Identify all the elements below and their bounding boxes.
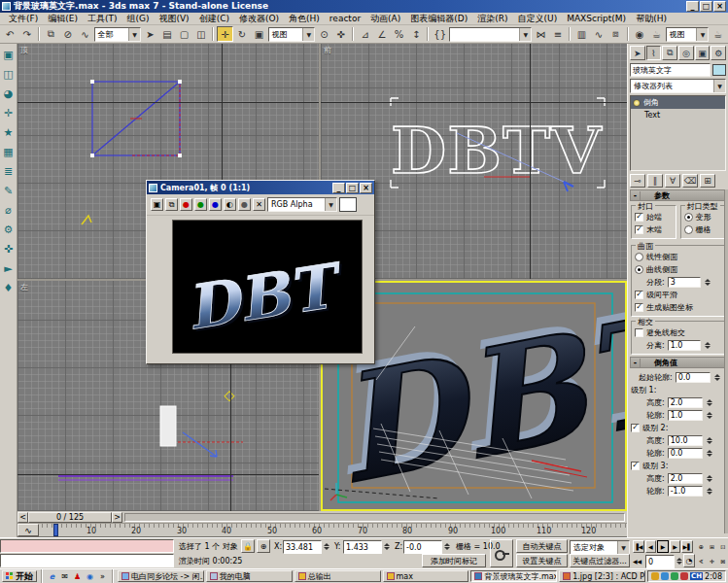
key-filters-button[interactable]: 关键点过滤器... (570, 554, 630, 567)
render-type-dropdown[interactable]: 视图▼ (666, 27, 710, 42)
tab-toolbar-icon-7[interactable]: ✎ (1, 184, 16, 198)
material-editor-icon[interactable]: ◉ (632, 26, 648, 42)
field-of-view-icon[interactable]: ∢ (696, 555, 706, 567)
stack-item-bevel[interactable]: 倒角 (631, 96, 725, 109)
y-field[interactable]: 1.433 (343, 540, 382, 554)
menu-maxscript[interactable]: MAXScript(M) (562, 13, 631, 24)
task-folder-output[interactable]: 总输出 (295, 570, 381, 582)
level2-height-field[interactable]: 10.0 (668, 435, 703, 446)
menu-tools[interactable]: 工具(T) (83, 12, 122, 26)
mini-curve-editor-icon[interactable]: ∿ (17, 524, 39, 536)
tab-toolbar-icon-11[interactable]: ► (1, 261, 16, 276)
minimize-button[interactable]: _ (686, 1, 699, 12)
background-color-swatch[interactable] (339, 197, 357, 212)
x-spinner[interactable] (322, 541, 330, 552)
object-name-field[interactable]: 玻璃英文字 (630, 63, 711, 77)
save-bitmap-icon[interactable]: ▣ (151, 198, 163, 211)
separation-spinner[interactable] (704, 340, 712, 351)
next-frame-icon[interactable]: ▶ (670, 540, 681, 553)
absolute-offset-icon[interactable]: ⊕ (257, 539, 270, 553)
align-icon[interactable]: ≡ (550, 26, 567, 42)
play-icon[interactable]: ▶ (657, 540, 669, 553)
camera-close-button[interactable]: × (360, 183, 372, 193)
named-selection-dropdown[interactable]: ▼ (449, 27, 532, 42)
selection-filter-dropdown[interactable]: 全部▼ (94, 27, 142, 42)
alpha-channel-icon[interactable]: ● (238, 198, 251, 211)
frame-spinner[interactable] (675, 556, 683, 566)
rendered-frame-window[interactable]: Camera01, 帧 0 (1:1) _ □ × ▣ ⧉ ● ● ● ◐ ● … (146, 180, 375, 364)
cap-type-morph-radio[interactable] (684, 213, 693, 222)
maximize-viewport-icon[interactable]: ⊠ (718, 555, 728, 567)
select-link-icon[interactable]: ⧉ (43, 26, 59, 42)
menu-rendering[interactable]: 渲染(R) (472, 12, 512, 26)
mirror-icon[interactable]: ⋈ (533, 26, 549, 42)
menu-group[interactable]: 组(G) (121, 12, 154, 26)
viewport-left-label[interactable]: 左 (20, 282, 28, 292)
rollout-bevel-values-header[interactable]: - 倒角值 (630, 357, 726, 368)
zoom-extents-icon[interactable]: ⊡ (718, 540, 728, 553)
generate-mapping-coords-checkbox[interactable] (635, 303, 643, 312)
object-color-swatch[interactable] (712, 64, 726, 76)
linear-sides-radio[interactable] (635, 253, 643, 261)
monochrome-icon[interactable]: ◐ (224, 198, 236, 211)
pan-icon[interactable]: ✛ (707, 555, 716, 567)
spinner-snap-icon[interactable]: ↕ (408, 26, 425, 42)
tab-toolbar-icon-3[interactable]: ✛ (1, 106, 16, 120)
task-forum[interactable]: 电白同乡论坛 -> 闲... (118, 570, 204, 582)
keep-lines-from-crossing-checkbox[interactable] (635, 328, 643, 337)
green-channel-icon[interactable]: ● (194, 198, 207, 211)
move-icon[interactable]: ✛ (217, 26, 233, 42)
cap-end-checkbox[interactable] (635, 225, 643, 234)
separation-field[interactable]: 1.0 (668, 340, 701, 351)
rotate-icon[interactable]: ↻ (234, 26, 251, 42)
unlink-icon[interactable]: ⊘ (60, 26, 77, 42)
panel-scrollbar[interactable] (724, 189, 728, 533)
task-folder-max[interactable]: max (383, 570, 469, 582)
chevron-down-icon[interactable]: ▼ (128, 28, 140, 41)
reference-coord-dropdown[interactable]: 视图▼ (268, 27, 316, 42)
tab-toolbar-icon-8[interactable]: ⌀ (1, 203, 16, 218)
configure-modifier-sets-icon[interactable]: ⊞ (700, 174, 715, 188)
tray-icon-3[interactable] (671, 572, 678, 580)
cap-start-checkbox[interactable] (635, 213, 643, 222)
set-key-mode-button[interactable]: 设置关键点 (516, 554, 568, 567)
modifier-list-dropdown[interactable]: 修改器列表▼ (630, 79, 726, 93)
smooth-across-levels-checkbox[interactable] (635, 291, 643, 299)
rollout-parameters-header[interactable]: - 参数 (630, 189, 726, 201)
curved-sides-radio[interactable] (635, 265, 643, 274)
tab-utilities-icon[interactable]: ⚙ (711, 46, 726, 60)
task-my-computer[interactable]: 我的电脑 (206, 570, 293, 582)
start-outline-field[interactable]: 0.0 (676, 372, 711, 383)
use-pivot-icon[interactable]: ⊙ (316, 26, 332, 42)
segments-field[interactable]: 3 (668, 277, 701, 288)
z-spinner[interactable] (442, 541, 451, 552)
modifier-stack[interactable]: 倒角 Text (630, 95, 726, 171)
zoom-icon[interactable]: ⊕ (696, 540, 706, 553)
percent-snap-icon[interactable]: % (391, 26, 407, 42)
tab-hierarchy-icon[interactable]: ⧉ (662, 46, 677, 60)
viewport-top-label[interactable]: 顶 (20, 45, 28, 55)
camera-window-titlebar[interactable]: Camera01, 帧 0 (1:1) _ □ × (147, 181, 374, 194)
maxscript-listener-white[interactable] (0, 554, 174, 567)
menu-customize[interactable]: 自定义(U) (513, 12, 563, 26)
crossing-toggle-icon[interactable]: ◫ (193, 26, 210, 42)
level3-outline-field[interactable]: -1.0 (668, 486, 703, 497)
level1-outline-field[interactable]: 1.0 (668, 410, 703, 421)
channel-display-dropdown[interactable]: RGB Alpha▼ (267, 197, 337, 212)
tab-modify-icon[interactable]: ⌇ (646, 46, 662, 60)
menu-views[interactable]: 视图(V) (154, 12, 193, 26)
next-frame-button[interactable]: > (112, 512, 122, 523)
level2-outline-field[interactable]: 0.0 (668, 448, 703, 459)
tab-toolbar-icon-10[interactable]: ✜ (1, 242, 16, 257)
current-frame-marker[interactable] (53, 524, 58, 536)
modifier-enable-bulb-icon[interactable] (633, 99, 641, 107)
tab-toolbar-icon-4[interactable]: ★ (1, 125, 16, 140)
tab-motion-icon[interactable]: ◎ (678, 46, 694, 60)
viewport-front-label[interactable]: 前 (324, 45, 331, 55)
menu-file[interactable]: 文件(F) (4, 12, 43, 26)
tab-toolbar-icon-5[interactable]: ▦ (1, 145, 16, 159)
make-unique-icon[interactable]: ∀ (665, 174, 680, 188)
pin-stack-icon[interactable]: ⊸ (630, 174, 645, 188)
camera-maximize-button[interactable]: □ (346, 183, 359, 193)
tab-toolbar-icon-9[interactable]: ⚙ (1, 223, 16, 237)
